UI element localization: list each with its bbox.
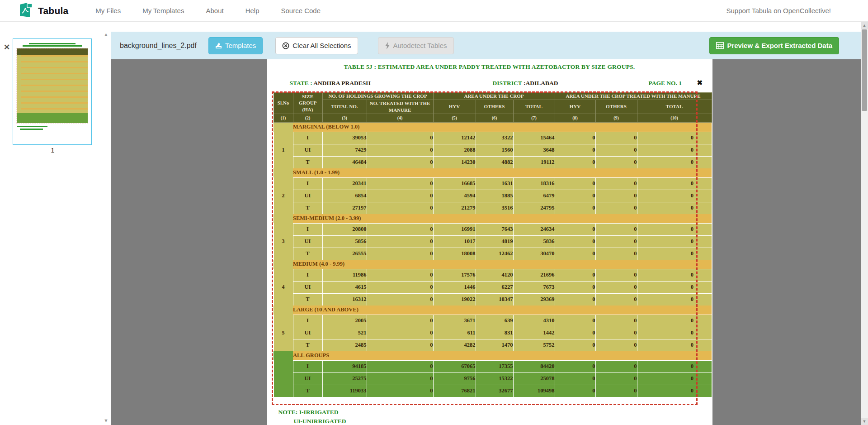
lightning-icon — [385, 42, 390, 49]
column-header: TOTAL NO. — [322, 100, 367, 114]
column-number: (7) — [513, 114, 555, 122]
row-type-cell: UI — [293, 281, 322, 293]
table-row: UI25275097561532225078000 — [274, 372, 712, 385]
note-line-2: UI-UNIRRIGATED — [294, 417, 346, 425]
thumbnail-table — [16, 48, 88, 124]
sl-no-cell: 5 — [274, 315, 293, 351]
column-group-header: NO. OF HOLDINGS GROWING THE CROP — [322, 93, 433, 100]
table-row: T27197021279351624795000 — [274, 202, 712, 214]
scrollbar-thumb[interactable] — [862, 29, 867, 111]
group-band: LARGE (10 AND ABOVE) — [293, 306, 712, 315]
nav-item-about[interactable]: About — [206, 7, 223, 14]
column-number: (2) — [293, 114, 322, 122]
value-cell: 25078 — [513, 372, 555, 385]
value-cell: 5836 — [513, 235, 555, 248]
value-cell: 94185 — [322, 360, 367, 372]
value-cell: 0 — [637, 315, 712, 327]
value-cell: 0 — [595, 281, 637, 293]
group-band-row: ALL GROUPS — [274, 351, 712, 361]
value-cell: 0 — [555, 132, 595, 144]
value-cell: 0 — [595, 132, 637, 144]
sl-no-cell: 2 — [274, 177, 293, 214]
group-band-row: LARGE (10 AND ABOVE) — [274, 306, 712, 315]
value-cell: 4882 — [476, 156, 513, 168]
value-cell: 67065 — [433, 360, 476, 372]
column-header: HYV — [555, 100, 595, 114]
support-link[interactable]: Support Tabula on OpenCollective! — [726, 7, 831, 14]
value-cell: 16312 — [322, 293, 367, 306]
row-type-cell: UI — [293, 235, 322, 248]
value-cell: 0 — [555, 248, 595, 260]
sl-no-cell — [274, 360, 293, 397]
column-number: (9) — [595, 114, 637, 122]
table-icon — [716, 42, 724, 49]
value-cell: 0 — [637, 248, 712, 260]
value-cell: 0 — [555, 293, 595, 306]
brand[interactable]: Tabula — [18, 2, 68, 20]
pdf-viewer[interactable]: TABLE 5J : ESTIMATED AREA UNDER PADDY TR… — [111, 59, 868, 425]
row-type-cell: I — [293, 360, 322, 372]
table-row: 1I39053012142332215464000 — [274, 132, 712, 144]
value-cell: 0 — [367, 190, 433, 202]
value-cell: 3516 — [476, 202, 513, 214]
row-type-cell: T — [293, 339, 322, 351]
group-band: ALL GROUPS — [293, 351, 712, 361]
clear-all-selections-button[interactable]: Clear All Selections — [275, 37, 358, 54]
sl-no-cell: 3 — [274, 223, 293, 260]
value-cell: 1442 — [513, 327, 555, 339]
group-band: SMALL (1.0 - 1.99) — [293, 168, 712, 178]
value-cell: 0 — [367, 156, 433, 168]
value-cell: 1631 — [476, 177, 513, 190]
column-header: TOTAL — [637, 100, 712, 114]
group-sl-cell — [274, 351, 293, 361]
pdf-page[interactable]: TABLE 5J : ESTIMATED AREA UNDER PADDY TR… — [267, 59, 712, 425]
value-cell: 0 — [367, 132, 433, 144]
value-cell: 24634 — [513, 223, 555, 235]
sidebar-scroll-down-icon[interactable]: ▼ — [104, 418, 108, 423]
selection-close-icon[interactable]: ✖ — [697, 79, 703, 87]
value-cell: 2088 — [433, 144, 476, 156]
templates-button[interactable]: Templates — [208, 37, 263, 54]
value-cell: 15322 — [476, 372, 513, 385]
value-cell: 14230 — [433, 156, 476, 168]
value-cell: 4615 — [322, 281, 367, 293]
value-cell: 26555 — [322, 248, 367, 260]
preview-export-button[interactable]: Preview & Export Extracted Data — [709, 37, 839, 54]
value-cell: 0 — [595, 360, 637, 372]
value-cell: 5856 — [322, 235, 367, 248]
value-cell: 0 — [637, 144, 712, 156]
window-scrollbar[interactable]: ▲ ▼ — [861, 22, 868, 425]
value-cell: 0 — [637, 235, 712, 248]
scrollbar-down-icon[interactable]: ▼ — [861, 418, 868, 425]
table-row: T11903307682132677109498000 — [274, 385, 712, 397]
value-cell: 0 — [595, 202, 637, 214]
group-sl-cell — [274, 260, 293, 269]
document-meta-line: STATE : ANDHRA PRADESH DISTRICT :ADILABA… — [267, 80, 712, 88]
value-cell: 831 — [476, 327, 513, 339]
row-type-cell: UI — [293, 372, 322, 385]
row-type-cell: I — [293, 223, 322, 235]
value-cell: 0 — [637, 293, 712, 306]
nav-links: My Files My Templates About Help Source … — [95, 7, 321, 14]
value-cell: 0 — [367, 372, 433, 385]
value-cell: 32677 — [476, 385, 513, 397]
group-band-row: SMALL (1.0 - 1.99) — [274, 168, 712, 178]
scrollbar-up-icon[interactable]: ▲ — [861, 22, 868, 29]
sidebar-scroll-up-icon[interactable]: ▲ — [104, 32, 108, 37]
autodetect-tables-button[interactable]: Autodetect Tables — [378, 37, 454, 54]
remove-page-icon[interactable]: ✕ — [4, 43, 10, 51]
nav-item-my-files[interactable]: My Files — [95, 7, 121, 14]
table-row: UI74290208815603648000 — [274, 144, 712, 156]
district-value: :ADILABAD — [524, 80, 558, 86]
nav-item-my-templates[interactable]: My Templates — [142, 7, 184, 14]
nav-item-help[interactable]: Help — [245, 7, 259, 14]
value-cell: 0 — [367, 235, 433, 248]
page-thumbnail[interactable] — [13, 38, 92, 145]
note-line-1: NOTE: I-IRRIGATED — [278, 408, 346, 417]
district-label: DISTRICT — [493, 80, 522, 86]
nav-item-source-code[interactable]: Source Code — [281, 7, 321, 14]
table-row: T24850428214705752000 — [274, 339, 712, 351]
value-cell: 1885 — [476, 190, 513, 202]
value-cell: 4310 — [513, 315, 555, 327]
value-cell: 521 — [322, 327, 367, 339]
